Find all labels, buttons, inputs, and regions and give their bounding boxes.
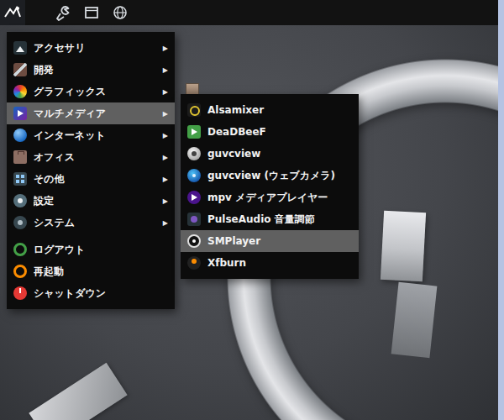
- menu-item-label: シャットダウン: [34, 286, 168, 301]
- submenu-arrow-icon: ▶: [163, 176, 168, 183]
- guvcview-icon: [187, 147, 201, 160]
- smplayer-icon: [187, 234, 201, 248]
- submenu-item-mpv[interactable]: mpv メディアプレイヤー: [181, 186, 359, 208]
- submenu-item-label: Alsamixer: [207, 104, 352, 116]
- office-icon: [13, 150, 27, 164]
- menu-item-label: その他: [34, 172, 160, 186]
- others-icon: [13, 172, 27, 186]
- menu-item-label: システム: [34, 216, 160, 230]
- system-icon: [13, 216, 27, 229]
- window-button[interactable]: [79, 0, 104, 25]
- menu-item-development[interactable]: 開発 ▶: [7, 59, 175, 81]
- shutdown-icon: [13, 286, 27, 300]
- submenu-arrow-icon: ▶: [163, 66, 168, 74]
- menu-item-label: 開発: [34, 63, 160, 77]
- menu-item-multimedia[interactable]: マルチメディア ▶: [7, 102, 175, 124]
- menu-item-internet[interactable]: インターネット ▶: [7, 124, 175, 146]
- wallpaper-emblem-bar-lower: [391, 282, 438, 358]
- alsamixer-icon: [187, 103, 201, 117]
- menu-item-office[interactable]: オフィス ▶: [7, 146, 175, 168]
- application-menu: アクセサリ ▶ 開発 ▶ グラフィックス ▶ マルチメディア ▶ インターネット…: [7, 32, 175, 309]
- submenu-item-pulseaudio[interactable]: PulseAudio 音量調節: [181, 208, 359, 230]
- submenu-item-label: guvcview: [207, 148, 352, 160]
- submenu-arrow-icon: ▶: [163, 45, 168, 52]
- menu-item-shutdown[interactable]: シャットダウン: [7, 282, 175, 304]
- menu-item-label: オフィス: [34, 150, 160, 165]
- menu-item-label: 設定: [34, 194, 160, 208]
- multimedia-icon: [13, 107, 27, 120]
- submenu-item-label: SMPlayer: [207, 235, 352, 247]
- top-panel: [0, 0, 504, 25]
- desktop: アクセサリ ▶ 開発 ▶ グラフィックス ▶ マルチメディア ▶ インターネット…: [0, 0, 504, 420]
- wrench-icon: [55, 4, 71, 21]
- menu-item-label: アクセサリ: [34, 41, 160, 55]
- wallpaper-emblem-bar: [381, 211, 426, 282]
- menu-item-graphics[interactable]: グラフィックス ▶: [7, 81, 175, 102]
- multimedia-submenu: Alsamixer DeaDBeeF guvcview guvcview (ウェ…: [181, 94, 359, 279]
- settings-icon: [13, 194, 27, 207]
- menu-item-others[interactable]: その他 ▶: [7, 168, 175, 190]
- submenu-item-xfburn[interactable]: Xfburn: [181, 252, 359, 274]
- accessories-icon: [13, 41, 27, 55]
- submenu-item-label: DeaDBeeF: [207, 126, 352, 138]
- submenu-item-label: mpv メディアプレイヤー: [207, 191, 352, 205]
- logout-icon: [13, 243, 27, 256]
- submenu-arrow-icon: ▶: [163, 132, 168, 139]
- menu-item-label: マルチメディア: [34, 107, 160, 121]
- menu-item-label: ログアウト: [34, 243, 168, 257]
- tools-button[interactable]: [50, 0, 76, 25]
- wallpaper-emblem-foot: [29, 363, 127, 420]
- submenu-item-label: guvcview (ウェブカメラ): [207, 169, 352, 183]
- submenu-arrow-icon: ▶: [163, 88, 168, 96]
- artifact-icon: [186, 83, 199, 95]
- submenu-arrow-icon: ▶: [163, 110, 168, 118]
- graphics-icon: [13, 85, 27, 98]
- submenu-arrow-icon: ▶: [163, 219, 168, 227]
- xfburn-icon: [187, 256, 201, 270]
- submenu-item-deadbeef[interactable]: DeaDBeeF: [181, 121, 359, 143]
- menu-item-logout[interactable]: ログアウト: [7, 239, 175, 260]
- submenu-item-label: Xfburn: [207, 257, 352, 269]
- submenu-item-guvcview[interactable]: guvcview: [181, 143, 359, 165]
- window-icon: [83, 4, 100, 21]
- app-menu-logo-icon: [3, 3, 22, 22]
- submenu-item-alsamixer[interactable]: Alsamixer: [181, 99, 359, 121]
- menu-item-label: インターネット: [34, 129, 160, 143]
- menu-item-system[interactable]: システム ▶: [7, 212, 175, 234]
- restart-icon: [13, 265, 27, 278]
- menu-item-restart[interactable]: 再起動: [7, 260, 175, 282]
- pulseaudio-icon: [187, 213, 201, 226]
- submenu-item-smplayer[interactable]: SMPlayer: [181, 230, 359, 252]
- network-button[interactable]: [108, 0, 133, 25]
- menu-item-accessories[interactable]: アクセサリ ▶: [7, 37, 175, 59]
- submenu-item-guvcview-webcam[interactable]: guvcview (ウェブカメラ): [181, 165, 359, 186]
- internet-icon: [13, 129, 27, 142]
- submenu-arrow-icon: ▶: [163, 154, 168, 161]
- development-icon: [13, 63, 27, 76]
- mpv-icon: [187, 191, 201, 204]
- menu-item-label: グラフィックス: [34, 85, 160, 99]
- submenu-item-label: PulseAudio 音量調節: [207, 213, 352, 227]
- app-menu-button[interactable]: [0, 0, 25, 25]
- globe-icon: [112, 4, 129, 21]
- menu-item-settings[interactable]: 設定 ▶: [7, 190, 175, 212]
- screen-edge-strip: [498, 0, 504, 420]
- webcam-icon: [187, 169, 201, 182]
- menu-item-label: 再起動: [34, 265, 168, 279]
- deadbeef-icon: [187, 125, 201, 139]
- submenu-arrow-icon: ▶: [163, 197, 168, 205]
